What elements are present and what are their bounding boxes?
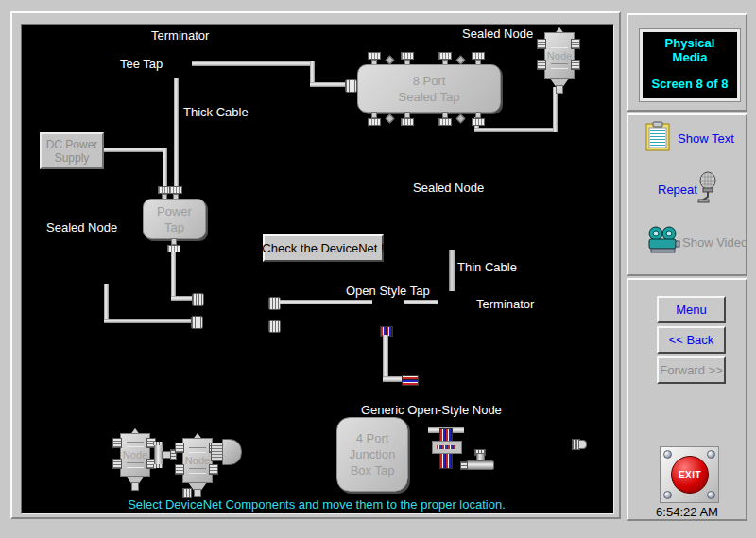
node-stud: [556, 85, 563, 94]
lesson-title-line1: Physical: [643, 36, 737, 50]
cable-segment: [104, 319, 193, 323]
eight-port-sealed-tap: 8 Port Sealed Tap: [357, 64, 501, 113]
drip-marker: [456, 114, 466, 124]
cable-segment: [280, 300, 372, 304]
node-connector: [571, 60, 580, 70]
node-connector: [175, 464, 184, 475]
label-terminator-top: Terminator: [151, 28, 209, 43]
application-window: { "canvas": { "node_label": "Node", "sta…: [0, 0, 756, 538]
cable-segment: [192, 61, 315, 66]
repeat-button[interactable]: Repeat: [658, 182, 697, 197]
microphone-icon[interactable]: [696, 171, 719, 205]
cable-segment: [383, 376, 404, 382]
node-stud: [131, 482, 139, 491]
cable-segment: [171, 296, 194, 301]
cable-connector[interactable]: [572, 439, 585, 448]
open-style-tap-device[interactable]: [428, 427, 464, 469]
back-button[interactable]: << Back: [657, 326, 726, 354]
cable-connector[interactable]: [191, 316, 203, 329]
node-label: Node: [547, 50, 572, 61]
cable-connector[interactable]: [268, 320, 281, 333]
junction-box-tap[interactable]: 4 Port Junction Box Tap: [336, 417, 408, 492]
dc-power-supply-label-2: Supply: [55, 151, 90, 165]
junction-box-label-2: Junction: [350, 446, 395, 462]
dc-power-supply-label-1: DC Power: [46, 138, 98, 151]
tap-port: [369, 112, 380, 126]
screw-icon: [707, 450, 715, 459]
eight-port-tap-label-2: Sealed Tap: [399, 89, 460, 105]
thin-cable-piece[interactable]: [449, 250, 455, 291]
node-label: Node: [123, 449, 147, 460]
drip-marker: [386, 56, 395, 65]
label-sealed-node-mid: Sealed Node: [413, 181, 484, 195]
power-tap-label-2: Tap: [164, 219, 184, 235]
tap-port: [472, 112, 484, 126]
label-sealed-node-top: Sealed Node: [462, 26, 533, 41]
tap-port: [168, 238, 180, 252]
lesson-display: Physical Media Screen 8 of 8: [640, 29, 740, 101]
tap-port: [402, 112, 413, 126]
cable-segment: [474, 128, 558, 132]
screw-icon: [663, 450, 672, 459]
cable-segment: [404, 300, 438, 304]
cable-segment: [553, 87, 558, 132]
label-terminator-mid: Terminator: [476, 297, 534, 311]
label-generic-open-style-node: Generic Open-Style Node: [361, 403, 502, 417]
cable-connector[interactable]: [192, 293, 204, 306]
screw-icon: [663, 491, 672, 499]
drip-marker: [386, 114, 395, 124]
tap-port: [439, 112, 451, 126]
junction-box-label-3: Box Tap: [351, 462, 395, 478]
lesson-title-line2: Media: [643, 50, 737, 64]
wire-end[interactable]: [402, 375, 419, 386]
show-video-button[interactable]: Show Video: [682, 235, 747, 250]
exit-plate: EXIT: [660, 446, 719, 503]
dc-power-supply: DC Power Supply: [40, 132, 104, 169]
sidebar-actions-panel: Show Text Repeat Show Video: [627, 113, 747, 276]
cable-connector[interactable]: [345, 79, 357, 93]
screw-icon: [707, 491, 715, 499]
power-tap-label-1: Power: [157, 203, 192, 219]
check-devicenet-button[interactable]: Check the DeviceNet !: [263, 234, 384, 262]
power-tap: Power Tap: [143, 199, 206, 239]
label-tee-tap: Tee Tap: [120, 57, 163, 71]
sealed-node-device[interactable]: Node: [180, 433, 213, 497]
node-connector: [537, 60, 546, 70]
clock-display: 6:54:22 AM: [649, 505, 725, 519]
cable-segment: [174, 78, 179, 199]
eight-port-tap-label-1: 8 Port: [413, 73, 446, 89]
sealed-node-device[interactable]: Node: [118, 428, 150, 491]
cable-segment: [101, 148, 163, 152]
label-thick-cable: Thick Cable: [183, 105, 249, 119]
forward-button[interactable]: Forward >>: [657, 356, 726, 384]
node-connector: [209, 464, 218, 475]
pipe-tee-piece[interactable]: [460, 449, 494, 470]
diagram-canvas: Terminator Tee Tap Thick Cable Sealed No…: [21, 24, 614, 514]
node-connector: [112, 438, 122, 448]
node-label: Node: [185, 455, 210, 466]
node-connector: [175, 443, 184, 453]
label-open-style-tap: Open Style Tap: [346, 284, 430, 298]
node-connector: [112, 459, 122, 469]
projector-icon[interactable]: [646, 226, 680, 255]
screen-counter: Screen 8 of 8: [643, 77, 737, 91]
motor-attachment[interactable]: [211, 439, 241, 463]
sidebar-nav-panel: Menu << Back Forward >> EXIT 6:54:22 AM: [627, 278, 747, 521]
sealed-node-device[interactable]: Node: [542, 27, 575, 94]
cable-segment: [104, 284, 109, 323]
exit-button[interactable]: EXIT: [671, 456, 709, 494]
tee-connector-piece[interactable]: [152, 442, 177, 468]
node-connector: [537, 39, 546, 49]
junction-box-label-1: 4 Port: [356, 430, 389, 446]
show-text-button[interactable]: Show Text: [678, 131, 734, 146]
status-message: Select DeviceNet Components and move the…: [31, 497, 602, 512]
drip-marker: [456, 56, 466, 65]
clipboard-icon[interactable]: [645, 121, 670, 151]
sidebar-display-panel: Physical Media Screen 8 of 8: [627, 13, 747, 112]
label-thin-cable: Thin Cable: [457, 260, 517, 274]
cable-segment: [383, 335, 388, 382]
node-connector: [571, 39, 580, 49]
node-stud: [194, 489, 201, 497]
menu-button[interactable]: Menu: [657, 296, 726, 323]
label-sealed-node-left: Sealed Node: [46, 220, 117, 234]
